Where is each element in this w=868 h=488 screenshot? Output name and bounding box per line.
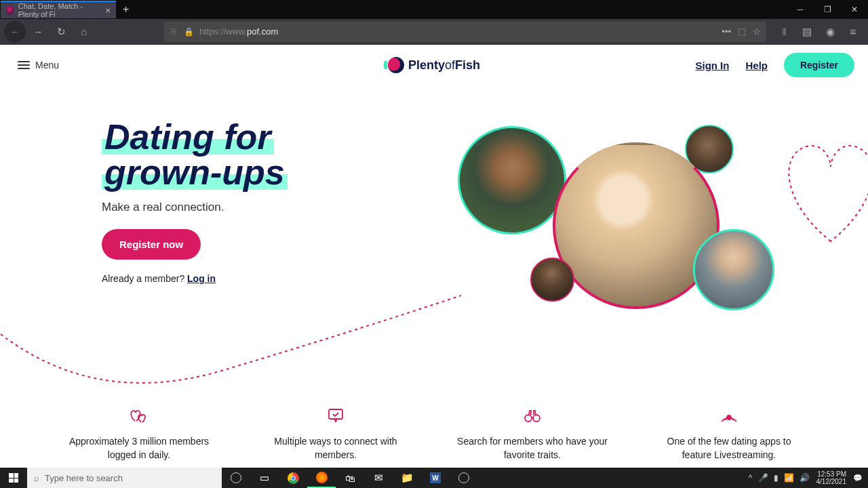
- svg-point-1: [525, 415, 532, 422]
- explorer-icon[interactable]: 📁: [393, 468, 421, 488]
- feature-item: One of the few dating apps to feature Li…: [651, 404, 807, 462]
- url-prefix: https://www.: [199, 26, 247, 37]
- back-button[interactable]: ←: [4, 21, 26, 43]
- start-button[interactable]: [0, 468, 27, 488]
- avatar: [693, 229, 774, 310]
- tray-volume-icon[interactable]: 🔊: [800, 473, 810, 483]
- cortana-icon[interactable]: [222, 468, 250, 488]
- feature-item: Multiple ways to connect with members.: [258, 404, 414, 462]
- lock-icon[interactable]: 🔒: [184, 27, 194, 37]
- window-controls: ─ ❐ ✕: [787, 0, 868, 19]
- new-tab-button[interactable]: +: [123, 3, 129, 16]
- hearts-icon: [61, 404, 217, 427]
- feature-text: Search for members who have your favorit…: [454, 435, 610, 462]
- task-icons: ▭ 🛍 ✉ 📁 W: [222, 468, 478, 488]
- login-link[interactable]: Log in: [187, 273, 216, 284]
- forward-button[interactable]: →: [27, 21, 49, 43]
- library-icon[interactable]: ⫴: [773, 21, 795, 43]
- menu-label: Menu: [35, 60, 59, 70]
- windows-logo-icon: [9, 473, 18, 483]
- feature-text: Multiple ways to connect with members.: [258, 435, 414, 462]
- browser-titlebar: Chat, Date, Match - Plenty of Fi × + ─ ❐…: [0, 0, 868, 19]
- shield-icon[interactable]: ⛨: [170, 26, 178, 37]
- avatar: [553, 142, 719, 309]
- svg-point-2: [533, 415, 540, 422]
- svg-rect-0: [329, 409, 342, 419]
- chat-icon: [258, 404, 414, 427]
- hero-section: Dating forgrown-ups Make a real connecti…: [0, 85, 868, 384]
- site-header: Menu PlentyofFish Sign In Help Register: [0, 45, 868, 85]
- menu-icon[interactable]: ≡: [842, 21, 864, 43]
- tab-favicon: [6, 5, 14, 15]
- tab-title: Chat, Date, Match - Plenty of Fi: [18, 2, 106, 18]
- taskbar-search[interactable]: ⌕ Type here to search: [27, 468, 222, 488]
- url-bar[interactable]: ⛨ 🔒 https://www.pof.com ••• ⬚ ☆: [164, 22, 766, 42]
- signin-link[interactable]: Sign In: [695, 60, 729, 71]
- browser-tab[interactable]: Chat, Date, Match - Plenty of Fi ×: [1, 1, 116, 18]
- more-icon[interactable]: •••: [722, 26, 731, 37]
- word-icon[interactable]: W: [421, 468, 450, 488]
- mail-icon[interactable]: ✉: [364, 468, 393, 488]
- profile-icon[interactable]: ◉: [819, 21, 841, 43]
- firefox-icon[interactable]: [307, 468, 336, 488]
- page-viewport[interactable]: Menu PlentyofFish Sign In Help Register …: [0, 45, 868, 468]
- logo-text: PlentyofFish: [408, 58, 480, 73]
- hamburger-icon: [18, 61, 30, 69]
- menu-button[interactable]: Menu: [18, 60, 59, 70]
- feature-item: Search for members who have your favorit…: [454, 404, 610, 462]
- register-now-button[interactable]: Register now: [102, 229, 201, 260]
- obs-icon[interactable]: [450, 468, 478, 488]
- logo-icon: [388, 57, 404, 73]
- bookmark-icon[interactable]: ☆: [753, 26, 761, 37]
- tray-mic-icon[interactable]: 🎤: [758, 473, 768, 483]
- sidebars-icon[interactable]: ▤: [796, 21, 818, 43]
- avatar: [530, 258, 574, 302]
- feature-text: One of the few dating apps to feature Li…: [651, 435, 807, 462]
- url-domain: pof.com: [247, 26, 278, 37]
- browser-toolbar: ← → ↻ ⌂ ⛨ 🔒 https://www.pof.com ••• ⬚ ☆ …: [0, 19, 868, 45]
- hero-images: [427, 85, 868, 343]
- tab-close-icon[interactable]: ×: [105, 5, 111, 16]
- pocket-icon[interactable]: ⬚: [738, 26, 746, 37]
- home-button[interactable]: ⌂: [73, 21, 95, 43]
- avatar: [458, 126, 566, 235]
- help-link[interactable]: Help: [745, 60, 768, 71]
- binoculars-icon: [454, 404, 610, 427]
- tray-chevron-icon[interactable]: ^: [749, 473, 753, 483]
- broadcast-icon: [651, 404, 807, 427]
- chrome-icon[interactable]: [279, 468, 307, 488]
- notifications-icon[interactable]: 💬: [853, 474, 863, 483]
- taskview-icon[interactable]: ▭: [250, 468, 279, 488]
- windows-taskbar: ⌕ Type here to search ▭ 🛍 ✉ 📁 W ^ 🎤 ▮ 📶 …: [0, 468, 868, 488]
- reload-button[interactable]: ↻: [50, 21, 72, 43]
- feature-text: Approximately 3 million members logged i…: [61, 435, 217, 462]
- close-window-button[interactable]: ✕: [841, 0, 868, 19]
- system-tray: ^ 🎤 ▮ 📶 🔊 12:53 PM 4/12/2021 💬: [749, 470, 868, 485]
- taskbar-clock[interactable]: 12:53 PM 4/12/2021: [816, 470, 847, 485]
- features-row: Approximately 3 million members logged i…: [0, 384, 868, 468]
- search-icon: ⌕: [34, 473, 39, 483]
- site-logo[interactable]: PlentyofFish: [388, 57, 480, 73]
- store-icon[interactable]: 🛍: [336, 468, 364, 488]
- feature-item: Approximately 3 million members logged i…: [61, 404, 217, 462]
- search-placeholder: Type here to search: [45, 473, 123, 483]
- minimize-button[interactable]: ─: [787, 0, 814, 19]
- tray-battery-icon[interactable]: ▮: [774, 473, 778, 483]
- register-button[interactable]: Register: [784, 53, 854, 77]
- heart-outline-icon: [766, 133, 868, 248]
- maximize-button[interactable]: ❐: [814, 0, 841, 19]
- tray-wifi-icon[interactable]: 📶: [784, 473, 794, 483]
